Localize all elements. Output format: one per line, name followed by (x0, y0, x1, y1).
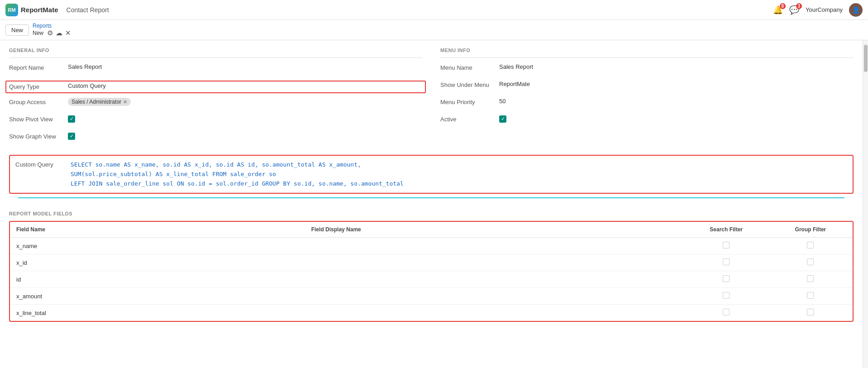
breadcrumb: Reports New ⚙ ☁ ✕ (33, 23, 71, 37)
group-filter-cell (768, 305, 853, 321)
group-filter-cell (768, 288, 853, 305)
settings-icon[interactable]: ⚙ (47, 29, 53, 37)
menu-priority-row: Menu Priority 50 (440, 98, 854, 110)
query-type-value: Custom Query (68, 82, 422, 89)
show-pivot-row: Show Pivot View ✓ (9, 115, 422, 128)
report-name-label: Report Name (9, 63, 68, 71)
group-access-row: Group Access Sales / Administrator ✕ (9, 98, 422, 110)
show-pivot-label: Show Pivot View (9, 115, 68, 123)
search-filter-checkbox[interactable] (723, 242, 730, 249)
fields-section-title: REPORT MODEL FIELDS (9, 211, 854, 216)
search-filter-cell (684, 238, 768, 254)
table-row: x_id (10, 254, 853, 271)
custom-query-section: Custom Query SELECT so.name AS x_name, s… (0, 149, 863, 204)
search-filter-checkbox[interactable] (723, 309, 730, 315)
show-graph-checkbox[interactable]: ✓ (68, 133, 75, 140)
show-pivot-checkbox[interactable]: ✓ (68, 115, 75, 123)
group-filter-checkbox[interactable] (807, 242, 814, 249)
custom-query-box: Custom Query SELECT so.name AS x_name, s… (9, 155, 854, 194)
show-graph-value: ✓ (68, 132, 422, 140)
group-access-tag: Sales / Administrator ✕ (68, 98, 131, 106)
menu-info-header: MENU INFO (440, 48, 854, 58)
notifications-button[interactable]: 🔔 8 (773, 5, 783, 15)
search-filter-cell (684, 271, 768, 288)
field-name-cell: x_amount (10, 288, 305, 305)
query-type-label: Query Type (9, 82, 68, 90)
field-name-cell: x_id (10, 254, 305, 271)
show-under-menu-value: ReportMate (499, 81, 854, 87)
notifications-badge: 8 (780, 3, 786, 9)
toolbar-icons: ⚙ ☁ ✕ (47, 29, 71, 37)
fields-table: Field Name Field Display Name Search Fil… (10, 222, 853, 321)
table-header-row: Field Name Field Display Name Search Fil… (10, 222, 853, 238)
messages-badge: 3 (796, 3, 802, 9)
fields-section: REPORT MODEL FIELDS Field Name Field Dis… (0, 204, 863, 329)
active-value: ✓ (499, 115, 854, 123)
active-row: Active ✓ (440, 115, 854, 128)
company-name: YourCompany (806, 6, 843, 13)
table-row: id (10, 271, 853, 288)
app-name: ReportMate (21, 6, 58, 14)
col-header-field-name: Field Name (10, 222, 305, 238)
custom-query-text[interactable]: SELECT so.name AS x_name, so.id AS x_id,… (71, 160, 847, 188)
group-filter-checkbox[interactable] (807, 309, 814, 315)
toolbar: New Reports New ⚙ ☁ ✕ (0, 20, 868, 40)
user-avatar[interactable]: 👤 (849, 3, 863, 17)
general-info-col: GENERAL INFO Report Name Sales Report Qu… (9, 48, 422, 149)
field-name-cell: x_name (10, 238, 305, 254)
tag-remove-button[interactable]: ✕ (123, 99, 127, 105)
table-row: x_name (10, 238, 853, 254)
page-title: Contact Report (67, 6, 109, 14)
group-filter-checkbox[interactable] (807, 275, 814, 282)
group-filter-cell (768, 271, 853, 288)
table-row: x_line_total (10, 305, 853, 321)
save-icon[interactable]: ☁ (56, 29, 62, 37)
new-button[interactable]: New (5, 24, 29, 36)
active-label: Active (440, 115, 499, 123)
general-info-header: GENERAL INFO (9, 48, 422, 58)
scrollbar-track[interactable] (863, 40, 868, 368)
logo-icon: RM (5, 4, 18, 16)
field-name-cell: x_line_total (10, 305, 305, 321)
nav-left: RM ReportMate Contact Report (5, 4, 109, 16)
search-filter-checkbox[interactable] (723, 275, 730, 282)
active-checkbox[interactable]: ✓ (499, 115, 506, 123)
top-navigation: RM ReportMate Contact Report 🔔 8 💬 3 You… (0, 0, 868, 20)
query-type-row: Query Type Custom Query (5, 81, 426, 93)
custom-query-label: Custom Query (15, 160, 65, 168)
menu-name-label: Menu Name (440, 63, 499, 71)
discard-icon[interactable]: ✕ (65, 29, 71, 37)
field-display-name-cell (305, 271, 684, 288)
col-header-display-name: Field Display Name (305, 222, 684, 238)
group-filter-cell (768, 238, 853, 254)
search-filter-checkbox[interactable] (723, 258, 730, 265)
report-name-value: Sales Report (68, 63, 422, 70)
scrollbar-thumb[interactable] (864, 45, 868, 72)
col-header-group-filter: Group Filter (768, 222, 853, 238)
group-filter-cell (768, 254, 853, 271)
info-section: GENERAL INFO Report Name Sales Report Qu… (0, 40, 863, 149)
search-filter-checkbox[interactable] (723, 292, 730, 299)
breadcrumb-reports[interactable]: Reports (33, 23, 71, 29)
app-logo: RM ReportMate (5, 4, 58, 16)
group-filter-checkbox[interactable] (807, 292, 814, 299)
search-filter-cell (684, 254, 768, 271)
section-row: GENERAL INFO Report Name Sales Report Qu… (9, 48, 854, 149)
field-display-name-cell (305, 305, 684, 321)
main-content: GENERAL INFO Report Name Sales Report Qu… (0, 40, 868, 368)
search-filter-cell (684, 305, 768, 321)
menu-info-col: MENU INFO Menu Name Sales Report Show Un… (440, 48, 854, 149)
fields-table-wrapper: Field Name Field Display Name Search Fil… (9, 221, 854, 322)
menu-name-row: Menu Name Sales Report (440, 63, 854, 76)
show-pivot-value: ✓ (68, 115, 422, 123)
field-display-name-cell (305, 254, 684, 271)
group-filter-checkbox[interactable] (807, 258, 814, 265)
menu-priority-value: 50 (499, 98, 854, 105)
messages-button[interactable]: 💬 3 (789, 5, 799, 15)
group-access-value: Sales / Administrator ✕ (68, 98, 422, 106)
field-name-cell: id (10, 271, 305, 288)
group-access-label: Group Access (9, 98, 68, 105)
query-underline (18, 197, 844, 198)
breadcrumb-new: New ⚙ ☁ ✕ (33, 29, 71, 37)
show-graph-label: Show Graph View (9, 132, 68, 140)
